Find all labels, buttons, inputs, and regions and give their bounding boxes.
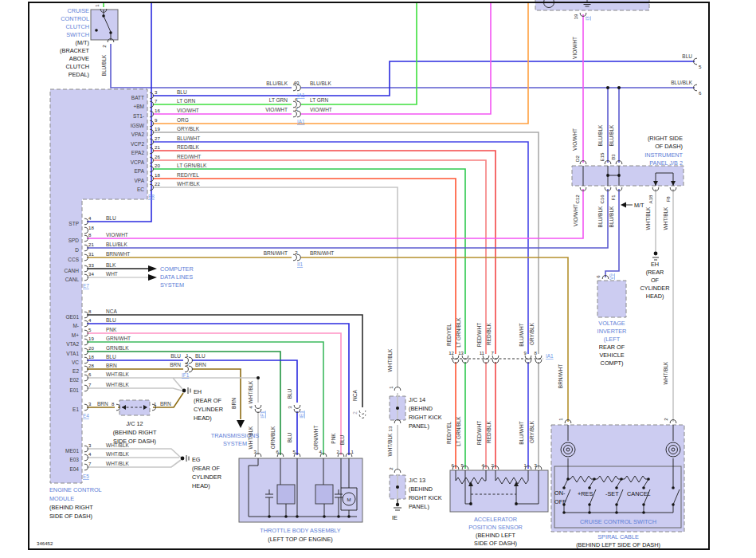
jc13-name: J/C 13 xyxy=(409,477,425,484)
svg-text:CANH: CANH xyxy=(65,268,80,273)
svg-text:LT GRN/BLK: LT GRN/BLK xyxy=(456,317,461,348)
svg-text:21: 21 xyxy=(88,242,94,247)
svg-text:GRY/BLK: GRY/BLK xyxy=(177,126,200,132)
svg-text:HEAD): HEAD) xyxy=(646,293,664,300)
svg-text:BLU/BLK: BLU/BLK xyxy=(266,81,288,86)
aps-name: ACCELERATOR xyxy=(474,516,517,523)
svg-text:GRN/WHT: GRN/WHT xyxy=(106,336,131,341)
svg-text:(REAR: (REAR xyxy=(646,269,664,276)
svg-text:ST1-: ST1- xyxy=(133,113,144,119)
svg-text:MODULE: MODULE xyxy=(49,495,74,502)
svg-text:VIO/WHT: VIO/WHT xyxy=(572,37,578,59)
svg-text:BLU: BLU xyxy=(287,432,292,442)
svg-text:VIO/WHT: VIO/WHT xyxy=(106,232,128,238)
accel-sensor-box xyxy=(450,470,548,512)
svg-text:GE01: GE01 xyxy=(65,314,79,320)
svg-text:PANEL): PANEL) xyxy=(409,422,429,430)
svg-text:11: 11 xyxy=(480,350,485,356)
svg-text:HEAD): HEAD) xyxy=(192,482,210,489)
svg-text:21: 21 xyxy=(155,144,160,150)
svg-text:BLU: BLU xyxy=(106,354,116,360)
connector-e7: E7 xyxy=(83,283,89,289)
svg-text:ON-: ON- xyxy=(554,489,566,497)
svg-text:VIO/WHT: VIO/WHT xyxy=(265,107,288,112)
svg-text:DATA LINES: DATA LINES xyxy=(160,273,193,281)
svg-text:NCA: NCA xyxy=(352,389,358,400)
ecm-pin-batt: BATT xyxy=(131,95,144,100)
clutch-location: (M/T) xyxy=(76,39,89,46)
svg-text:SIDE OF DASH): SIDE OF DASH) xyxy=(49,513,92,520)
svg-text:EC: EC xyxy=(137,187,144,192)
wiring-diagram-page: CRUISE CONTROL CLUTCH SWITCH (M/T) (BRAC… xyxy=(0,0,756,558)
throttle-location: (LEFT TOP OF ENGINE) xyxy=(268,536,332,543)
svg-text:34: 34 xyxy=(88,271,94,277)
ecm-location: (BEHIND RIGHT xyxy=(49,504,93,511)
clutch-name: CRUISE xyxy=(67,7,89,14)
svg-text:BLU/BLK: BLU/BLK xyxy=(671,80,692,85)
connector-v9: V9 xyxy=(609,273,614,280)
svg-text:GRN/BLK: GRN/BLK xyxy=(270,426,276,449)
svg-text:(REAR OF: (REAR OF xyxy=(192,465,220,472)
spiral-cable-location: (BEHIND LEFT SIDE OF DASH) xyxy=(576,541,660,548)
svg-text:C12: C12 xyxy=(574,195,580,204)
svg-text:D2: D2 xyxy=(574,155,580,161)
svg-text:CYLINDER: CYLINDER xyxy=(192,474,221,481)
eh-right-ground-dot xyxy=(654,252,658,256)
svg-text:WHT/BLK: WHT/BLK xyxy=(387,433,393,457)
eh-left-label: EH xyxy=(194,388,202,395)
svg-text:SYSTEM: SYSTEM xyxy=(223,440,247,447)
svg-text:BRN/WHT: BRN/WHT xyxy=(106,251,130,257)
connector-ii1: II1 xyxy=(297,261,304,267)
svg-text:13: 13 xyxy=(387,426,393,431)
svg-text:BLU: BLU xyxy=(106,317,116,323)
svg-text:VPA2: VPA2 xyxy=(131,132,145,137)
svg-text:CLUTCH: CLUTCH xyxy=(65,23,89,30)
svg-text:18: 18 xyxy=(155,172,160,178)
svg-text:27: 27 xyxy=(155,136,160,141)
nca-ghost-pin: 2 xyxy=(352,411,358,415)
svg-text:BRN: BRN xyxy=(106,363,117,368)
svg-text:ORG: ORG xyxy=(177,117,189,123)
ie-ground-label: IE xyxy=(392,514,398,521)
svg-text:13: 13 xyxy=(458,350,464,356)
svg-text:VC: VC xyxy=(72,360,79,365)
svg-text:WHT/BLK: WHT/BLK xyxy=(106,371,130,377)
svg-text:REAR OF: REAR OF xyxy=(599,344,625,351)
connector-e4: E4 xyxy=(83,413,89,418)
svg-text:SWITCH: SWITCH xyxy=(66,31,89,38)
svg-text:WHT/BLK: WHT/BLK xyxy=(387,348,393,372)
svg-text:(REAR OF: (REAR OF xyxy=(194,397,221,404)
svg-text:CANCEL: CANCEL xyxy=(627,490,651,497)
svg-text:WHT/BLK: WHT/BLK xyxy=(177,181,201,187)
svg-text:19: 19 xyxy=(88,336,94,341)
svg-text:RED/WHT: RED/WHT xyxy=(476,421,482,445)
svg-text:EPA2: EPA2 xyxy=(131,150,145,155)
svg-text:OF DASH): OF DASH) xyxy=(655,143,683,150)
svg-text:19: 19 xyxy=(155,126,160,132)
svg-text:STP: STP xyxy=(69,221,79,226)
eh-right-label: EH xyxy=(651,261,659,268)
aps-location: (BEHIND LEFT xyxy=(476,532,515,539)
svg-text:BLU/WHT: BLU/WHT xyxy=(519,323,524,346)
svg-text:(BEHIND: (BEHIND xyxy=(409,405,433,412)
svg-text:WHT/BLK: WHT/BLK xyxy=(106,461,130,466)
svg-text:RED/YEL: RED/YEL xyxy=(446,422,452,444)
svg-text:16: 16 xyxy=(155,108,160,113)
svg-text:GRY/BLK: GRY/BLK xyxy=(529,322,535,345)
svg-text:BLU: BLU xyxy=(287,388,292,399)
svg-text:WHT/BLK: WHT/BLK xyxy=(106,382,130,387)
clutch-switch-box xyxy=(91,10,118,40)
voltage-inverter-box xyxy=(597,281,626,317)
svg-text:CYLINDER: CYLINDER xyxy=(194,406,223,413)
svg-text:RED/BLK: RED/BLK xyxy=(177,144,199,150)
svg-text:B3: B3 xyxy=(610,154,616,160)
svg-text:POSITION SENSOR: POSITION SENSOR xyxy=(468,524,523,531)
svg-text:E04: E04 xyxy=(69,466,79,472)
svg-text:+BM: +BM xyxy=(133,104,144,109)
svg-text:ABOVE: ABOVE xyxy=(69,55,89,62)
connector-ia1-mid: IA1 xyxy=(546,353,554,359)
svg-text:RED/BLK: RED/BLK xyxy=(486,420,492,442)
svg-text:BLU: BLU xyxy=(195,353,206,359)
svg-text:22: 22 xyxy=(155,181,160,187)
svg-text:CCS: CCS xyxy=(68,257,79,262)
